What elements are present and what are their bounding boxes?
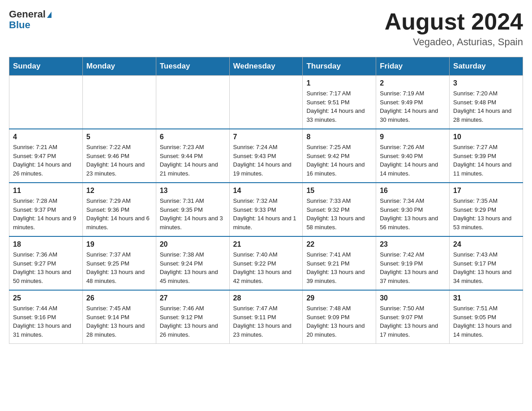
calendar-cell: 20Sunrise: 7:38 AMSunset: 9:24 PMDayligh… xyxy=(156,236,229,290)
logo-blue-text: Blue xyxy=(9,19,30,30)
day-number: 22 xyxy=(306,240,372,248)
calendar-table: SundayMondayTuesdayWednesdayThursdayFrid… xyxy=(9,57,523,344)
month-title: August 2024 xyxy=(385,9,523,34)
day-info: Sunrise: 7:44 AMSunset: 9:16 PMDaylight:… xyxy=(13,304,79,339)
day-number: 20 xyxy=(160,240,226,248)
calendar-header-row: SundayMondayTuesdayWednesdayThursdayFrid… xyxy=(9,57,523,76)
calendar-week-row: 1Sunrise: 7:17 AMSunset: 9:51 PMDaylight… xyxy=(9,76,523,129)
calendar-cell: 22Sunrise: 7:41 AMSunset: 9:21 PMDayligh… xyxy=(303,236,376,290)
calendar-week-row: 11Sunrise: 7:28 AMSunset: 9:37 PMDayligh… xyxy=(9,183,523,236)
day-info: Sunrise: 7:46 AMSunset: 9:12 PMDaylight:… xyxy=(160,304,226,339)
logo: General Blue xyxy=(9,9,51,30)
day-number: 29 xyxy=(306,294,372,302)
day-info: Sunrise: 7:51 AMSunset: 9:05 PMDaylight:… xyxy=(453,304,519,339)
day-number: 25 xyxy=(13,294,79,302)
calendar-cell: 1Sunrise: 7:17 AMSunset: 9:51 PMDaylight… xyxy=(303,76,376,129)
day-info: Sunrise: 7:26 AMSunset: 9:40 PMDaylight:… xyxy=(380,143,446,178)
day-info: Sunrise: 7:32 AMSunset: 9:33 PMDaylight:… xyxy=(233,197,299,231)
day-number: 3 xyxy=(453,79,519,87)
calendar-cell: 6Sunrise: 7:23 AMSunset: 9:44 PMDaylight… xyxy=(156,129,229,183)
day-info: Sunrise: 7:33 AMSunset: 9:32 PMDaylight:… xyxy=(306,197,372,231)
calendar-cell: 23Sunrise: 7:42 AMSunset: 9:19 PMDayligh… xyxy=(376,236,450,290)
day-info: Sunrise: 7:37 AMSunset: 9:25 PMDaylight:… xyxy=(86,250,152,285)
calendar-cell: 24Sunrise: 7:43 AMSunset: 9:17 PMDayligh… xyxy=(450,236,523,290)
day-info: Sunrise: 7:19 AMSunset: 9:49 PMDaylight:… xyxy=(380,89,446,124)
day-number: 24 xyxy=(453,240,519,248)
calendar-week-row: 4Sunrise: 7:21 AMSunset: 9:47 PMDaylight… xyxy=(9,129,523,183)
day-info: Sunrise: 7:17 AMSunset: 9:51 PMDaylight:… xyxy=(306,89,372,124)
page-header: General Blue August 2024 Vegadeo, Asturi… xyxy=(9,9,523,48)
day-number: 1 xyxy=(306,79,372,87)
column-header-friday: Friday xyxy=(376,57,450,76)
day-info: Sunrise: 7:27 AMSunset: 9:39 PMDaylight:… xyxy=(453,143,519,178)
calendar-cell xyxy=(82,76,156,129)
calendar-cell xyxy=(156,76,229,129)
day-number: 11 xyxy=(13,187,79,195)
calendar-cell: 2Sunrise: 7:19 AMSunset: 9:49 PMDaylight… xyxy=(376,76,450,129)
day-number: 30 xyxy=(380,294,446,302)
calendar-week-row: 25Sunrise: 7:44 AMSunset: 9:16 PMDayligh… xyxy=(9,290,523,344)
day-number: 19 xyxy=(86,240,152,248)
day-number: 14 xyxy=(233,187,299,195)
day-info: Sunrise: 7:45 AMSunset: 9:14 PMDaylight:… xyxy=(86,304,152,339)
location-title: Vegadeo, Asturias, Spain xyxy=(385,36,523,48)
day-number: 17 xyxy=(453,187,519,195)
day-info: Sunrise: 7:43 AMSunset: 9:17 PMDaylight:… xyxy=(453,250,519,285)
calendar-cell: 31Sunrise: 7:51 AMSunset: 9:05 PMDayligh… xyxy=(450,290,523,344)
column-header-tuesday: Tuesday xyxy=(156,57,229,76)
column-header-sunday: Sunday xyxy=(9,57,83,76)
day-info: Sunrise: 7:48 AMSunset: 9:09 PMDaylight:… xyxy=(306,304,372,339)
day-info: Sunrise: 7:23 AMSunset: 9:44 PMDaylight:… xyxy=(160,143,226,178)
day-number: 21 xyxy=(233,240,299,248)
day-info: Sunrise: 7:41 AMSunset: 9:21 PMDaylight:… xyxy=(306,250,372,285)
logo-general-text: General xyxy=(9,9,46,20)
logo-triangle-icon xyxy=(47,12,51,18)
day-info: Sunrise: 7:21 AMSunset: 9:47 PMDaylight:… xyxy=(13,143,79,178)
calendar-cell: 18Sunrise: 7:36 AMSunset: 9:27 PMDayligh… xyxy=(9,236,83,290)
day-info: Sunrise: 7:31 AMSunset: 9:35 PMDaylight:… xyxy=(160,197,226,231)
calendar-cell: 4Sunrise: 7:21 AMSunset: 9:47 PMDaylight… xyxy=(9,129,83,183)
day-info: Sunrise: 7:35 AMSunset: 9:29 PMDaylight:… xyxy=(453,197,519,231)
day-number: 23 xyxy=(380,240,446,248)
day-number: 10 xyxy=(453,133,519,141)
day-info: Sunrise: 7:40 AMSunset: 9:22 PMDaylight:… xyxy=(233,250,299,285)
day-number: 27 xyxy=(160,294,226,302)
calendar-cell: 8Sunrise: 7:25 AMSunset: 9:42 PMDaylight… xyxy=(303,129,376,183)
calendar-cell: 29Sunrise: 7:48 AMSunset: 9:09 PMDayligh… xyxy=(303,290,376,344)
calendar-cell xyxy=(229,76,303,129)
calendar-cell: 21Sunrise: 7:40 AMSunset: 9:22 PMDayligh… xyxy=(229,236,303,290)
column-header-wednesday: Wednesday xyxy=(229,57,303,76)
day-info: Sunrise: 7:24 AMSunset: 9:43 PMDaylight:… xyxy=(233,143,299,178)
calendar-cell: 25Sunrise: 7:44 AMSunset: 9:16 PMDayligh… xyxy=(9,290,83,344)
day-info: Sunrise: 7:47 AMSunset: 9:11 PMDaylight:… xyxy=(233,304,299,339)
calendar-cell: 17Sunrise: 7:35 AMSunset: 9:29 PMDayligh… xyxy=(450,183,523,236)
day-number: 6 xyxy=(160,133,226,141)
day-number: 2 xyxy=(380,79,446,87)
day-number: 28 xyxy=(233,294,299,302)
day-number: 12 xyxy=(86,187,152,195)
day-info: Sunrise: 7:20 AMSunset: 9:48 PMDaylight:… xyxy=(453,89,519,124)
day-number: 15 xyxy=(306,187,372,195)
calendar-cell: 16Sunrise: 7:34 AMSunset: 9:30 PMDayligh… xyxy=(376,183,450,236)
column-header-monday: Monday xyxy=(82,57,156,76)
calendar-cell xyxy=(9,76,83,129)
day-number: 7 xyxy=(233,133,299,141)
day-info: Sunrise: 7:36 AMSunset: 9:27 PMDaylight:… xyxy=(13,250,79,285)
day-number: 8 xyxy=(306,133,372,141)
calendar-cell: 10Sunrise: 7:27 AMSunset: 9:39 PMDayligh… xyxy=(450,129,523,183)
calendar-cell: 30Sunrise: 7:50 AMSunset: 9:07 PMDayligh… xyxy=(376,290,450,344)
day-info: Sunrise: 7:28 AMSunset: 9:37 PMDaylight:… xyxy=(13,197,79,231)
calendar-week-row: 18Sunrise: 7:36 AMSunset: 9:27 PMDayligh… xyxy=(9,236,523,290)
calendar-cell: 11Sunrise: 7:28 AMSunset: 9:37 PMDayligh… xyxy=(9,183,83,236)
day-number: 26 xyxy=(86,294,152,302)
day-number: 31 xyxy=(453,294,519,302)
calendar-cell: 14Sunrise: 7:32 AMSunset: 9:33 PMDayligh… xyxy=(229,183,303,236)
calendar-cell: 9Sunrise: 7:26 AMSunset: 9:40 PMDaylight… xyxy=(376,129,450,183)
calendar-cell: 15Sunrise: 7:33 AMSunset: 9:32 PMDayligh… xyxy=(303,183,376,236)
calendar-cell: 13Sunrise: 7:31 AMSunset: 9:35 PMDayligh… xyxy=(156,183,229,236)
day-number: 5 xyxy=(86,133,152,141)
day-info: Sunrise: 7:50 AMSunset: 9:07 PMDaylight:… xyxy=(380,304,446,339)
day-info: Sunrise: 7:42 AMSunset: 9:19 PMDaylight:… xyxy=(380,250,446,285)
column-header-saturday: Saturday xyxy=(450,57,523,76)
calendar-cell: 26Sunrise: 7:45 AMSunset: 9:14 PMDayligh… xyxy=(82,290,156,344)
